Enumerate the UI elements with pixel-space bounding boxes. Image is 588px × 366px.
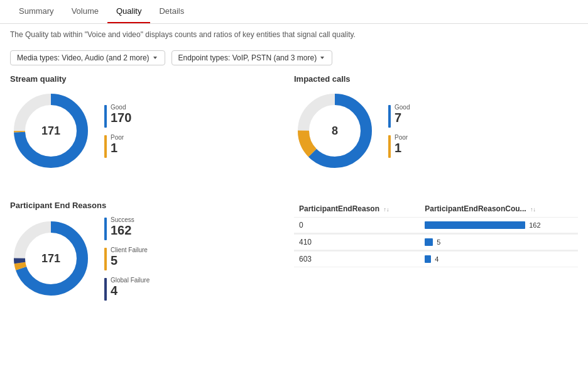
client-failure-value: 5 [111, 253, 148, 268]
impacted-good-label: Good [395, 104, 410, 111]
success-label: Success [111, 216, 134, 223]
impacted-calls-legend: Good 7 Poor 1 [388, 104, 410, 158]
bottom-section: Participant End Reasons 171 [0, 194, 588, 307]
participant-client-failure: Client Failure 5 [104, 247, 150, 270]
good-label: Good [111, 104, 131, 111]
tab-details[interactable]: Details [150, 0, 193, 23]
table-row: 0 162 [294, 218, 578, 233]
good-value: 170 [111, 111, 131, 125]
poor-label: Poor [111, 134, 124, 141]
poor-color-bar [104, 135, 107, 158]
global-failure-label: Global Failure [111, 277, 150, 284]
stream-quality-donut: 171 [10, 90, 92, 172]
participant-center-label: 171 [41, 252, 60, 265]
table-cell-reason: 410 [294, 235, 420, 250]
table-cell-count: 5 [420, 235, 578, 250]
impacted-calls-donut: 8 [294, 90, 376, 172]
global-failure-bar [104, 278, 107, 301]
impacted-calls-title: Impacted calls [294, 74, 578, 84]
impacted-good-value: 7 [395, 111, 410, 125]
endpoint-types-label: Endpoint types: VoIP, PSTN (and 3 more) [178, 53, 317, 62]
bar-fill [425, 238, 433, 246]
stream-quality-title: Stream quality [10, 74, 294, 84]
filter-bar: Media types: Video, Audio (and 2 more) E… [0, 45, 588, 70]
participant-legend: Success 162 Client Failure 5 [104, 216, 150, 301]
participant-success: Success 162 [104, 216, 150, 240]
impacted-poor: Poor 1 [388, 134, 410, 158]
sort-icon-count: ↑↓ [530, 206, 536, 213]
tab-quality[interactable]: Quality [107, 0, 150, 23]
impacted-calls-center-label: 8 [332, 125, 338, 138]
description-text: The Quality tab within "Voice and video"… [0, 24, 588, 45]
table-header-reason[interactable]: ParticipantEndReason ↑↓ [294, 201, 420, 218]
bar-value: 162 [529, 221, 540, 229]
stream-quality-chart-row: 171 Good 170 Poor [10, 90, 294, 172]
impacted-poor-bar [388, 135, 391, 158]
table-header-count[interactable]: ParticipantEndReasonCou... ↑↓ [420, 201, 578, 218]
tab-volume[interactable]: Volume [63, 0, 107, 23]
impacted-good: Good 7 [388, 104, 410, 128]
bar-fill [425, 221, 525, 229]
top-section: Stream quality 171 Goo [0, 70, 588, 175]
media-types-filter[interactable]: Media types: Video, Audio (and 2 more) [10, 50, 165, 65]
table-section: ParticipantEndReason ↑↓ ParticipantEndRe… [294, 201, 578, 301]
sort-icon-reason: ↑↓ [383, 206, 389, 213]
impacted-poor-label: Poor [395, 134, 408, 141]
success-value: 162 [111, 223, 134, 238]
global-failure-value: 4 [111, 284, 150, 298]
table-row: 603 4 [294, 252, 578, 267]
participant-donut: 171 [10, 218, 92, 299]
client-failure-label: Client Failure [111, 247, 148, 253]
success-color-bar [104, 218, 107, 240]
impacted-calls-chart-row: 8 Good 7 Poor [294, 90, 578, 172]
table-cell-count: 162 [420, 218, 578, 233]
client-failure-bar [104, 248, 107, 270]
stream-quality-center-label: 171 [41, 125, 60, 138]
good-color-bar [104, 105, 107, 128]
participant-end-reasons-chart-row: 171 Success 162 Cli [10, 216, 294, 301]
participant-end-reason-table: ParticipantEndReason ↑↓ ParticipantEndRe… [294, 201, 578, 267]
impacted-calls-section: Impacted calls 8 Good [294, 74, 578, 172]
endpoint-types-filter[interactable]: Endpoint types: VoIP, PSTN (and 3 more) [172, 50, 333, 65]
chevron-down-icon [319, 55, 325, 61]
stream-quality-section: Stream quality 171 Goo [10, 74, 294, 172]
table-cell-reason: 603 [294, 252, 420, 267]
participant-end-reasons-section: Participant End Reasons 171 [10, 201, 294, 301]
tab-bar: Summary Volume Quality Details [0, 0, 588, 24]
poor-value: 1 [111, 141, 124, 155]
stream-quality-legend: Good 170 Poor 1 [104, 104, 131, 158]
chevron-down-icon [152, 55, 158, 61]
table-cell-reason: 0 [294, 218, 420, 233]
table-cell-count: 4 [420, 252, 578, 267]
bar-value: 4 [435, 255, 438, 263]
stream-quality-good: Good 170 [104, 104, 131, 128]
participant-end-reasons-title: Participant End Reasons [10, 201, 294, 210]
impacted-good-bar [388, 105, 391, 128]
impacted-poor-value: 1 [395, 141, 408, 155]
table-row: 410 5 [294, 235, 578, 250]
bar-value: 5 [437, 238, 440, 246]
bar-fill [425, 255, 431, 263]
stream-quality-poor: Poor 1 [104, 134, 131, 158]
tab-summary[interactable]: Summary [10, 0, 63, 23]
media-types-label: Media types: Video, Audio (and 2 more) [17, 53, 150, 62]
participant-global-failure: Global Failure 4 [104, 277, 150, 301]
